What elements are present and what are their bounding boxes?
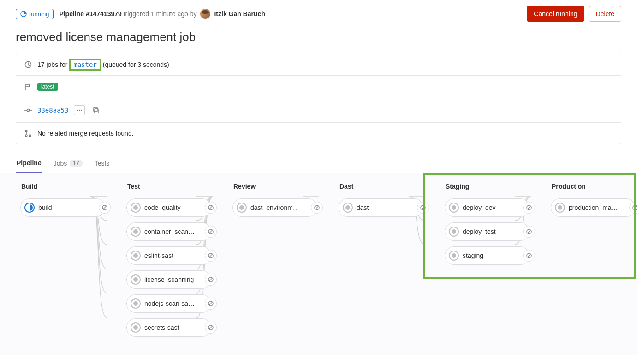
job-name: code_quality: [144, 204, 181, 211]
author-name[interactable]: Itzik Gan Baruch: [214, 10, 265, 18]
cancel-job-icon[interactable]: [205, 322, 217, 334]
latest-tag: latest: [37, 83, 58, 91]
job-name: production_ma…: [569, 204, 618, 211]
job-name: deploy_dev: [463, 204, 496, 211]
tab-pipeline[interactable]: Pipeline: [16, 154, 42, 173]
svg-point-12: [29, 135, 31, 137]
cancel-job-icon[interactable]: [523, 250, 535, 262]
merge-request-icon: [24, 130, 32, 137]
job-name: deploy_test: [463, 228, 496, 235]
svg-line-16: [209, 206, 212, 209]
cancel-running-button[interactable]: Cancel running: [527, 6, 584, 22]
mr-text: No related merge requests found.: [37, 130, 134, 137]
svg-line-22: [209, 278, 212, 281]
svg-rect-9: [94, 107, 97, 112]
svg-line-14: [103, 206, 106, 209]
stage-staging: Stagingdeploy_devdeploy_teststaging: [445, 183, 530, 337]
status-created-icon: [131, 298, 141, 309]
pipeline-header: running Pipeline #147413979 triggered 1 …: [0, 6, 637, 22]
cancel-job-icon[interactable]: [205, 226, 217, 238]
delete-button[interactable]: Delete: [589, 6, 621, 22]
svg-line-26: [209, 326, 212, 329]
stage-build: Buildbuild: [20, 183, 105, 337]
stage-header: Review: [232, 183, 317, 190]
jobs-row: 17 jobs for master (queued for 3 seconds…: [16, 54, 621, 76]
cancel-job-icon[interactable]: [629, 202, 637, 214]
stage-test: Testcode_qualitycontainer_scan…eslint-sa…: [126, 183, 211, 337]
job-pill[interactable]: build: [20, 198, 105, 217]
cancel-job-icon[interactable]: [523, 202, 535, 214]
cancel-job-icon[interactable]: [99, 202, 111, 214]
job-name: license_scanning: [144, 276, 194, 283]
job-name: nodejs-scan-sa…: [144, 300, 195, 307]
commit-row: 33e8aa53: [16, 98, 621, 123]
cancel-job-icon[interactable]: [523, 226, 535, 238]
job-pill[interactable]: dast_environme…: [232, 198, 317, 217]
job-pill[interactable]: container_scan…: [126, 222, 211, 241]
status-created-icon: [449, 251, 459, 261]
commit-sha-link[interactable]: 33e8aa53: [37, 107, 68, 114]
mr-row: No related merge requests found.: [16, 123, 621, 144]
job-pill[interactable]: license_scanning: [126, 270, 211, 289]
branch-link[interactable]: master: [69, 59, 101, 71]
clock-icon: [24, 61, 32, 68]
status-created-icon: [343, 203, 353, 213]
svg-line-24: [209, 302, 212, 305]
cancel-job-icon[interactable]: [417, 202, 429, 214]
svg-point-5: [77, 110, 78, 111]
stage-dast: Dastdast: [339, 183, 423, 337]
tags-row: latest: [16, 76, 621, 98]
job-name: staging: [463, 252, 483, 259]
stage-header: Test: [126, 183, 211, 190]
status-created-icon: [449, 227, 459, 237]
job-name: dast: [357, 204, 369, 211]
job-name: eslint-sast: [144, 252, 173, 259]
copy-icon[interactable]: [90, 105, 101, 115]
job-pill[interactable]: nodejs-scan-sa…: [126, 294, 211, 313]
job-name: container_scan…: [144, 228, 195, 235]
jobs-count-badge: 17: [70, 160, 82, 167]
cancel-job-icon[interactable]: [205, 250, 217, 262]
avatar[interactable]: [200, 9, 210, 19]
job-pill[interactable]: dast: [339, 198, 423, 217]
cancel-job-icon[interactable]: [205, 298, 217, 310]
job-pill[interactable]: deploy_test: [445, 222, 530, 241]
stage-header: Production: [551, 183, 636, 190]
tab-tests[interactable]: Tests: [94, 154, 111, 173]
job-pill[interactable]: code_quality: [126, 198, 211, 217]
job-pill[interactable]: secrets-sast: [126, 318, 211, 337]
stage-production: Productionproduction_ma…: [551, 183, 636, 337]
cancel-job-icon[interactable]: [205, 202, 217, 214]
cancel-job-icon[interactable]: [311, 202, 323, 214]
status-badge-running[interactable]: running: [16, 9, 54, 19]
pipeline-meta: Pipeline #147413979 triggered 1 minute a…: [59, 10, 196, 18]
stage-header: Dast: [339, 183, 423, 190]
status-created-icon: [449, 203, 459, 213]
status-created-icon: [131, 227, 141, 237]
stage-header: Build: [20, 183, 105, 190]
svg-line-28: [316, 206, 318, 209]
svg-line-36: [528, 254, 530, 257]
svg-point-11: [25, 135, 27, 137]
job-name: build: [38, 204, 52, 211]
svg-line-32: [528, 206, 530, 209]
job-pill[interactable]: production_ma…: [551, 198, 636, 217]
stage-review: Reviewdast_environme…: [232, 183, 317, 337]
cancel-job-icon[interactable]: [205, 274, 217, 286]
svg-line-18: [209, 230, 212, 233]
more-button[interactable]: [74, 105, 85, 115]
status-created-icon: [131, 274, 141, 285]
job-pill[interactable]: deploy_dev: [445, 198, 530, 217]
job-name: secrets-sast: [144, 324, 179, 331]
job-pill[interactable]: eslint-sast: [126, 246, 211, 265]
svg-line-30: [422, 206, 424, 209]
tab-jobs[interactable]: Jobs 17: [53, 154, 83, 173]
svg-line-20: [209, 254, 212, 257]
pipeline-graph: BuildbuildTestcode_qualitycontainer_scan…: [0, 173, 637, 355]
status-created-icon: [131, 203, 141, 213]
svg-point-2: [27, 109, 30, 112]
status-text: running: [29, 11, 49, 18]
page-title: removed license management job: [16, 30, 621, 44]
job-pill[interactable]: staging: [445, 246, 530, 265]
svg-point-7: [81, 110, 82, 111]
